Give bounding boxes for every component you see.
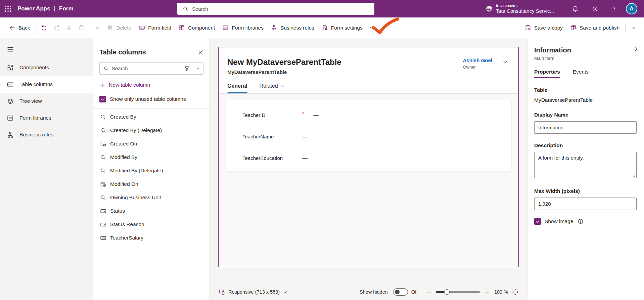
toggle-state-label: Off (411, 289, 418, 295)
notifications-button[interactable] (565, 0, 585, 17)
trash-icon (107, 25, 113, 31)
main-content: Components Abc Table columns Tree view J… (0, 38, 644, 300)
environment-picker[interactable]: Environment Tata Consultancy Servic... (486, 3, 554, 14)
fit-to-screen-icon[interactable] (512, 289, 518, 295)
checkbox-checked-icon[interactable] (534, 218, 541, 225)
sidebar-item[interactable]: Tree view (0, 93, 93, 110)
show-image-checkbox-row[interactable]: Show image (534, 218, 637, 225)
cut-button[interactable] (63, 21, 75, 35)
settings-button[interactable] (585, 0, 604, 17)
form-field-row[interactable]: TeacherName --- (242, 126, 511, 147)
collapse-panel-chevron-icon[interactable] (633, 46, 639, 52)
filter-chevron-icon[interactable] (196, 66, 200, 71)
table-column-item[interactable]: Modified On (99, 177, 203, 191)
slider-thumb[interactable] (444, 289, 450, 295)
table-column-label: Modified On (110, 181, 138, 187)
tab-general-label: General (227, 83, 247, 89)
back-button[interactable]: Back (5, 21, 34, 35)
chevron-down-icon (631, 25, 636, 30)
owner-field[interactable]: Ashish Goel Owner (463, 57, 492, 70)
business-rules-button[interactable]: Business rules (267, 21, 318, 35)
form-field-row[interactable]: TeacherEducation --- (242, 147, 511, 169)
description-textarea[interactable]: A form for this entity. (534, 152, 637, 178)
delete-button[interactable]: Delete (103, 21, 135, 35)
sidebar-item[interactable]: JS Form libraries (0, 110, 93, 126)
show-unused-checkbox-row[interactable]: Show only unused table columns (99, 96, 203, 102)
table-column-item[interactable]: Created On (99, 137, 203, 151)
sidebar-item-label: Table columns (19, 81, 53, 87)
table-value: MyDataverseParentTable (534, 97, 637, 103)
collapse-rail-hamburger-icon[interactable] (7, 46, 14, 53)
help-button[interactable] (604, 0, 624, 17)
form-libraries-button[interactable]: JS Form libraries (219, 21, 267, 35)
new-table-column-button[interactable]: New table column (99, 82, 203, 88)
paste-button[interactable] (75, 21, 88, 35)
columns-search-input[interactable] (112, 66, 181, 71)
responsive-size-dropdown[interactable]: Responsive (713 x 553) (219, 289, 287, 295)
tab-properties[interactable]: Properties (534, 69, 560, 78)
component-button[interactable]: Component (175, 21, 219, 35)
close-panel-icon[interactable] (198, 49, 203, 55)
table-column-item[interactable]: Modified By (99, 151, 203, 164)
table-column-item[interactable]: Modified By (Delegate) (99, 164, 203, 177)
svg-text:JS: JS (9, 117, 12, 119)
tab-general[interactable]: General (227, 83, 247, 93)
form-body-section: TeacherID * --- TeacherName --- (219, 94, 518, 267)
clipboard-more-chevron[interactable] (92, 21, 103, 35)
table-column-item[interactable]: Created By (99, 110, 203, 124)
save-split-chevron[interactable] (628, 21, 639, 35)
undo-button[interactable] (38, 21, 50, 35)
app-title: Power Apps | Form (17, 5, 74, 12)
redo-button[interactable] (50, 21, 63, 35)
resize-grip-icon[interactable] (632, 174, 636, 177)
sidebar-item[interactable]: Abc Table columns (0, 76, 93, 93)
show-hidden-toggle[interactable] (393, 288, 408, 296)
field-section-card[interactable]: TeacherID * --- TeacherName --- (225, 100, 512, 172)
form-settings-button[interactable]: Form settings (318, 21, 366, 35)
filter-funnel-icon[interactable] (184, 66, 190, 71)
brand-power-apps[interactable]: Power Apps (17, 5, 50, 12)
global-search-box[interactable] (177, 3, 374, 15)
table-column-item[interactable]: 123 TeacherSalary (99, 231, 203, 245)
choice-icon (100, 208, 106, 214)
zoom-out-minus-icon[interactable] (426, 290, 431, 295)
info-icon[interactable] (578, 218, 584, 224)
max-width-input[interactable] (534, 198, 637, 210)
table-columns-list: Created By Created By (Delegate) Created… (99, 110, 203, 245)
save-a-copy-label: Save a copy (534, 25, 563, 31)
owner-link[interactable]: Ashish Goel (463, 57, 492, 63)
form-header-chevron-icon[interactable] (502, 59, 508, 65)
save-and-publish-button[interactable]: Save and publish (566, 21, 623, 35)
table-column-label: Created On (110, 141, 137, 147)
app-launcher-waffle-icon[interactable] (0, 0, 16, 17)
sidebar-item-label: Business rules (19, 132, 53, 138)
zoom-in-plus-icon[interactable] (485, 290, 490, 295)
form-field-button[interactable]: Abc Form field (135, 21, 175, 35)
global-search-input[interactable] (192, 6, 374, 12)
lookup-icon (100, 114, 106, 120)
choice-icon (100, 221, 106, 228)
display-name-input[interactable] (534, 121, 637, 134)
form-field-row[interactable]: TeacherID * --- (242, 104, 511, 126)
table-column-item[interactable]: Owning Business Unit (99, 191, 203, 204)
tab-related[interactable]: Related (260, 83, 285, 93)
more-commands-button[interactable] (366, 21, 379, 35)
divider (527, 78, 644, 78)
checkbox-checked-icon[interactable] (99, 96, 106, 102)
datetime-icon (100, 141, 106, 147)
sidebar-item[interactable]: Components (0, 59, 93, 76)
table-column-item[interactable]: Status (99, 204, 203, 218)
form-preview-card[interactable]: New MyDataverseParentTable MyDataversePa… (218, 47, 519, 267)
zoom-slider[interactable] (436, 289, 480, 295)
sidebar-item[interactable]: Business rules (0, 126, 93, 143)
columns-search-box[interactable] (99, 62, 203, 75)
table-column-item[interactable]: Created By (Delegate) (99, 124, 203, 137)
table-column-item[interactable]: Status Reason (99, 218, 203, 231)
save-a-copy-button[interactable]: Save a copy (521, 21, 566, 35)
power-apps-form-designer: Power Apps | Form Environment Tata Consu… (0, 0, 644, 300)
form-libraries-label: Form libraries (232, 25, 264, 31)
tab-events[interactable]: Events (573, 69, 589, 78)
user-avatar[interactable]: A (626, 3, 637, 14)
sidebar-item-label: Tree view (19, 98, 42, 104)
field-label: TeacherEducation (242, 155, 302, 161)
